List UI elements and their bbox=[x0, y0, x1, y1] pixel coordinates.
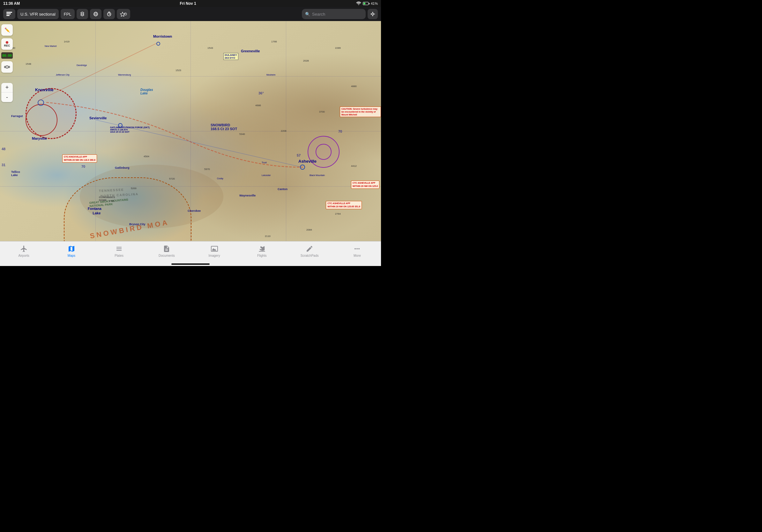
location-button[interactable] bbox=[368, 9, 378, 19]
asheville-inner-airspace bbox=[316, 144, 332, 160]
toolbar: U.S. VFR sectional FPL bbox=[0, 7, 381, 21]
battery-indicator: 41% bbox=[363, 2, 378, 5]
svg-point-19 bbox=[4, 66, 6, 68]
snowbird-moa bbox=[64, 177, 191, 241]
tab-bar: Airports Maps Plates Documents bbox=[0, 241, 381, 266]
search-input[interactable] bbox=[312, 12, 362, 17]
tab-airports[interactable]: Airports bbox=[0, 244, 47, 258]
settings-button[interactable] bbox=[77, 9, 88, 19]
map-type-button[interactable]: U.S. VFR sectional bbox=[17, 9, 59, 19]
layers-icon bbox=[6, 12, 12, 16]
knoxville-airport bbox=[38, 100, 44, 106]
scratchpads-label: ScratchPads bbox=[301, 254, 319, 257]
imagery-label: Imagery bbox=[209, 254, 220, 257]
status-time: 11:36 AM bbox=[3, 1, 20, 6]
zoom-out-button[interactable]: - bbox=[1, 93, 13, 102]
route-icon bbox=[4, 64, 10, 70]
status-date: Fri Nov 1 bbox=[180, 1, 196, 6]
plates-label: Plates bbox=[114, 254, 123, 257]
knoxville-inner-airspace bbox=[26, 104, 57, 136]
plates-icon bbox=[115, 245, 123, 253]
status-bar: 11:36 AM Fri Nov 1 41% bbox=[0, 0, 381, 7]
asheville-airport bbox=[300, 165, 305, 170]
fpl-label: FPL bbox=[64, 12, 71, 17]
gear-icon bbox=[80, 12, 85, 17]
favorites-button[interactable] bbox=[117, 9, 130, 19]
degree-marker-70-right: 70 bbox=[338, 129, 342, 133]
tab-imagery[interactable]: Imagery bbox=[190, 244, 238, 258]
degree-marker-36: 36° bbox=[259, 91, 264, 95]
degree-marker-70-left: 70 bbox=[81, 165, 85, 168]
degree-marker-57: 57 bbox=[297, 154, 301, 157]
pencil-button[interactable]: ✏️ bbox=[1, 24, 13, 36]
timer-display: 00:00 bbox=[1, 52, 13, 59]
weather-button[interactable] bbox=[90, 9, 102, 19]
record-button[interactable]: REC bbox=[1, 38, 13, 50]
maps-icon bbox=[67, 245, 76, 253]
sevier-airport bbox=[118, 123, 122, 128]
airports-icon bbox=[20, 245, 28, 253]
layers-button[interactable] bbox=[3, 9, 15, 19]
documents-label: Documents bbox=[159, 254, 175, 257]
morristown-airport bbox=[156, 42, 160, 46]
search-container[interactable]: 🔍 bbox=[302, 9, 366, 19]
tab-documents[interactable]: Documents bbox=[143, 244, 190, 258]
tab-flights[interactable]: Flights bbox=[238, 244, 286, 258]
flights-label: Flights bbox=[257, 254, 267, 257]
map-area[interactable]: 36° 57 70 70 31 66 68 48 SNOWBIRD MOA Kn… bbox=[0, 21, 381, 241]
tab-maps[interactable]: Maps bbox=[47, 244, 95, 258]
more-icon bbox=[353, 245, 361, 253]
timer-button[interactable] bbox=[104, 9, 115, 19]
left-tools: ✏️ REC 00:00 + - bbox=[0, 21, 14, 241]
globe-icon bbox=[93, 12, 98, 17]
map-background: 36° 57 70 70 31 66 68 48 SNOWBIRD MOA Kn… bbox=[0, 21, 381, 241]
scratchpads-icon bbox=[305, 245, 314, 253]
tab-plates[interactable]: Plates bbox=[95, 244, 143, 258]
tab-scratchpads[interactable]: ScratchPads bbox=[286, 244, 334, 258]
tab-more[interactable]: More bbox=[334, 244, 381, 258]
clock-small-icon bbox=[124, 13, 127, 16]
zoom-in-button[interactable]: + bbox=[1, 83, 13, 93]
fpl-button[interactable]: FPL bbox=[61, 9, 75, 19]
wifi-icon bbox=[356, 2, 361, 5]
home-indicator bbox=[171, 263, 210, 265]
imagery-icon bbox=[210, 245, 219, 253]
more-label: More bbox=[353, 254, 361, 257]
route-button[interactable] bbox=[1, 61, 13, 73]
status-right: 41% bbox=[356, 2, 378, 5]
maps-label: Maps bbox=[68, 254, 75, 257]
svg-point-20 bbox=[8, 66, 10, 68]
documents-icon bbox=[162, 245, 171, 253]
flights-icon bbox=[258, 245, 266, 253]
rec-label: REC bbox=[4, 44, 10, 47]
svg-point-12 bbox=[372, 13, 374, 15]
location-icon bbox=[370, 12, 375, 17]
airports-label: Airports bbox=[18, 254, 29, 257]
record-dot bbox=[6, 41, 8, 44]
clock-icon bbox=[107, 12, 112, 17]
zoom-controls: + - bbox=[1, 83, 13, 102]
svg-point-0 bbox=[358, 4, 359, 5]
search-icon: 🔍 bbox=[305, 12, 310, 17]
map-type-label: U.S. VFR sectional bbox=[21, 12, 55, 17]
